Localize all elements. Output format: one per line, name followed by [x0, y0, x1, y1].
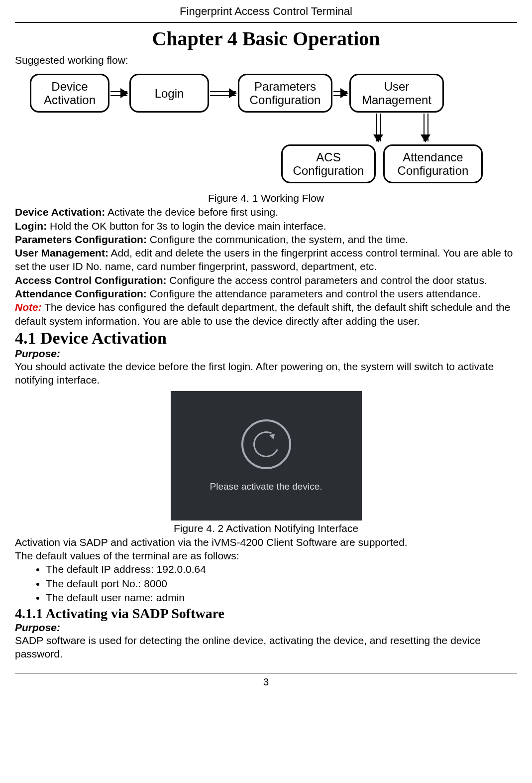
activation-spinner-icon — [241, 419, 291, 469]
def-user-mgmt: User Management: Add, edit and delete th… — [15, 246, 517, 273]
chapter-title: Chapter 4 Basic Operation — [15, 27, 517, 50]
default-username: The default user name: admin — [46, 591, 517, 605]
definitions-block: Device Activation: Activate the device b… — [15, 205, 517, 328]
default-port: The default port No.: 8000 — [46, 577, 517, 591]
flow-box-parameters: ParametersConfiguration — [238, 74, 332, 113]
def-attendance: Attendance Configuration: Configure the … — [15, 287, 517, 300]
figure-1-caption: Figure 4. 1 Working Flow — [15, 192, 517, 204]
purpose-label-2: Purpose: — [15, 622, 517, 634]
purpose-4-1-1-text: SADP software is used for detecting the … — [15, 634, 517, 661]
activation-message: Please activate the device. — [210, 481, 322, 492]
activation-p1: Activation via SADP and activation via t… — [15, 535, 517, 549]
intro-text: Suggested working flow: — [15, 53, 517, 67]
default-ip: The default IP address: 192.0.0.64 — [46, 562, 517, 576]
section-4-1-1-heading: 4.1.1 Activating via SADP Software — [15, 606, 517, 622]
activation-p2: The default values of the terminal are a… — [15, 549, 517, 562]
def-login: Login: Hold the OK button for 3s to logi… — [15, 219, 517, 233]
flow-box-device-activation: DeviceActivation — [30, 74, 109, 113]
def-access-control: Access Control Configuration: Configure … — [15, 273, 517, 287]
doc-header: Fingerprint Access Control Terminal — [15, 5, 517, 23]
flow-box-login: Login — [129, 74, 209, 113]
flow-box-attendance: AttendanceConfiguration — [383, 144, 483, 183]
figure-2-caption: Figure 4. 2 Activation Notifying Interfa… — [15, 522, 517, 534]
note-line: Note: The device has configured the defa… — [15, 300, 517, 328]
def-device-activation: Device Activation: Activate the device b… — [15, 205, 517, 219]
def-parameters: Parameters Configuration: Configure the … — [15, 233, 517, 246]
page-number: 3 — [15, 673, 517, 688]
defaults-list: The default IP address: 192.0.0.64 The d… — [15, 562, 517, 605]
purpose-4-1-text: You should activate the device before th… — [15, 360, 517, 387]
flow-box-acs: ACSConfiguration — [281, 144, 376, 183]
purpose-label: Purpose: — [15, 348, 517, 360]
section-4-1-heading: 4.1 Device Activation — [15, 329, 517, 348]
workflow-diagram: DeviceActivation Login ParametersConfigu… — [30, 71, 517, 190]
flow-box-user-mgmt: UserManagement — [349, 74, 444, 113]
activation-device-screenshot: Please activate the device. — [171, 391, 362, 521]
